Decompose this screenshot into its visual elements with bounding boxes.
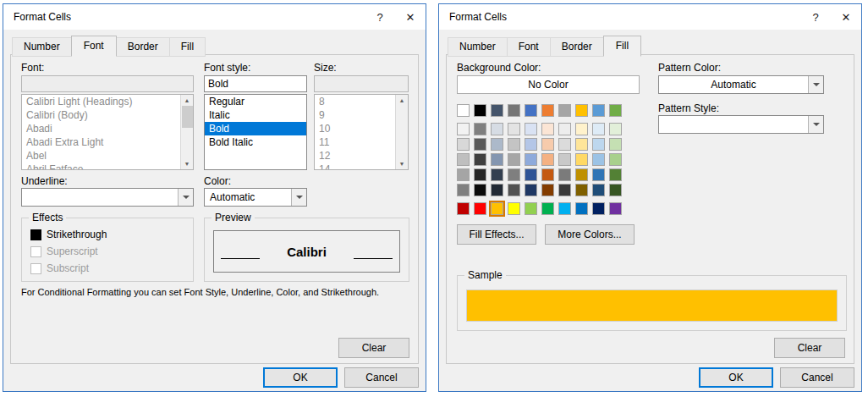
tab-fill[interactable]: Fill <box>603 36 641 57</box>
cancel-button[interactable]: Cancel <box>344 367 419 388</box>
color-swatch[interactable] <box>575 104 588 117</box>
color-swatch[interactable] <box>491 123 503 135</box>
combo-dropdown-button[interactable] <box>808 76 823 93</box>
color-swatch[interactable] <box>609 138 622 151</box>
color-swatch[interactable] <box>592 138 605 151</box>
color-swatch[interactable] <box>525 123 537 135</box>
color-swatch[interactable] <box>609 168 622 181</box>
color-swatch[interactable] <box>457 202 470 215</box>
color-swatch[interactable] <box>558 168 571 181</box>
color-swatch[interactable] <box>575 168 588 181</box>
ok-button[interactable]: OK <box>263 367 338 388</box>
clear-button[interactable]: Clear <box>774 338 845 358</box>
color-swatch[interactable] <box>558 138 571 151</box>
more-colors-button[interactable]: More Colors... <box>545 224 635 245</box>
color-swatch[interactable] <box>541 123 554 135</box>
tab-border[interactable]: Border <box>550 37 604 57</box>
color-swatch[interactable] <box>491 202 503 215</box>
color-swatch[interactable] <box>575 184 588 196</box>
color-swatch[interactable] <box>491 138 503 151</box>
color-swatch[interactable] <box>592 168 605 181</box>
color-swatch[interactable] <box>491 104 503 117</box>
combo-dropdown-button[interactable] <box>291 189 306 206</box>
combo-dropdown-button[interactable] <box>808 116 823 133</box>
color-swatch[interactable] <box>592 184 605 196</box>
color-swatch[interactable] <box>609 202 622 215</box>
color-swatch[interactable] <box>474 104 486 117</box>
help-button[interactable]: ? <box>800 4 831 30</box>
color-swatch[interactable] <box>558 202 571 215</box>
color-swatch[interactable] <box>609 153 622 166</box>
color-swatch[interactable] <box>457 184 470 196</box>
color-swatch[interactable] <box>508 104 520 117</box>
list-item[interactable]: Bold <box>205 122 306 135</box>
scroll-up-icon[interactable]: ▲ <box>184 95 190 106</box>
scroll-down-icon[interactable]: ▼ <box>399 158 405 169</box>
color-swatch[interactable] <box>508 202 520 215</box>
color-swatch[interactable] <box>474 202 486 215</box>
color-swatch[interactable] <box>541 202 554 215</box>
color-swatch[interactable] <box>491 153 503 166</box>
color-swatch[interactable] <box>541 104 554 117</box>
size-list-scrollbar[interactable]: ▲ ▼ <box>395 95 408 169</box>
color-swatch[interactable] <box>558 123 571 135</box>
color-swatch[interactable] <box>592 202 605 215</box>
tab-border[interactable]: Border <box>116 37 170 57</box>
color-swatch[interactable] <box>575 202 588 215</box>
scroll-down-icon[interactable]: ▼ <box>184 158 190 169</box>
close-button[interactable]: ✕ <box>395 4 426 30</box>
color-swatch[interactable] <box>575 138 588 151</box>
color-swatch[interactable] <box>541 168 554 181</box>
pattern-color-combobox[interactable]: Automatic <box>658 75 824 94</box>
color-swatch[interactable] <box>575 123 588 135</box>
titlebar[interactable]: Format Cells ? ✕ <box>439 4 861 30</box>
color-swatch[interactable] <box>525 202 537 215</box>
color-swatch[interactable] <box>457 123 470 135</box>
color-combobox[interactable]: Automatic <box>204 188 307 207</box>
color-swatch[interactable] <box>592 104 605 117</box>
clear-button[interactable]: Clear <box>338 338 409 358</box>
ok-button[interactable]: OK <box>699 367 773 388</box>
list-item[interactable]: Bold Italic <box>205 135 306 149</box>
color-swatch[interactable] <box>525 138 537 151</box>
color-swatch[interactable] <box>457 168 470 181</box>
color-swatch[interactable] <box>525 184 537 196</box>
fill-effects-button[interactable]: Fill Effects... <box>457 224 536 245</box>
color-swatch[interactable] <box>508 138 520 151</box>
color-swatch[interactable] <box>457 138 470 151</box>
color-swatch[interactable] <box>508 184 520 196</box>
tab-number[interactable]: Number <box>12 37 72 57</box>
cancel-button[interactable]: Cancel <box>780 367 854 388</box>
scroll-up-icon[interactable]: ▲ <box>399 95 405 106</box>
color-swatch[interactable] <box>525 153 537 166</box>
tab-fill[interactable]: Fill <box>169 37 206 57</box>
color-swatch[interactable] <box>474 138 486 151</box>
no-color-button[interactable]: No Color <box>457 75 640 94</box>
tab-font[interactable]: Font <box>507 37 551 57</box>
color-swatch[interactable] <box>474 123 486 135</box>
font-style-input[interactable]: Bold <box>204 75 307 92</box>
pattern-style-combobox[interactable] <box>658 115 824 134</box>
tab-font[interactable]: Font <box>71 36 117 57</box>
list-item[interactable]: Regular <box>205 95 306 108</box>
color-swatch[interactable] <box>592 153 605 166</box>
color-swatch[interactable] <box>474 153 486 166</box>
titlebar[interactable]: Format Cells ? ✕ <box>3 4 426 30</box>
close-button[interactable]: ✕ <box>831 4 861 30</box>
color-swatch[interactable] <box>508 123 520 135</box>
color-swatch[interactable] <box>525 104 537 117</box>
color-swatch[interactable] <box>541 153 554 166</box>
color-swatch[interactable] <box>457 153 470 166</box>
underline-combobox[interactable] <box>21 188 194 207</box>
color-swatch[interactable] <box>609 184 622 196</box>
scroll-thumb[interactable] <box>182 106 193 128</box>
color-swatch[interactable] <box>609 104 622 117</box>
tab-number[interactable]: Number <box>448 37 508 57</box>
font-list-scrollbar[interactable]: ▲ ▼ <box>180 95 193 169</box>
color-swatch[interactable] <box>592 123 605 135</box>
color-swatch[interactable] <box>558 153 571 166</box>
checkbox-strikethrough[interactable]: Strikethrough <box>30 229 188 240</box>
color-swatch[interactable] <box>541 138 554 151</box>
color-swatch[interactable] <box>508 168 520 181</box>
color-swatch[interactable] <box>558 104 571 117</box>
